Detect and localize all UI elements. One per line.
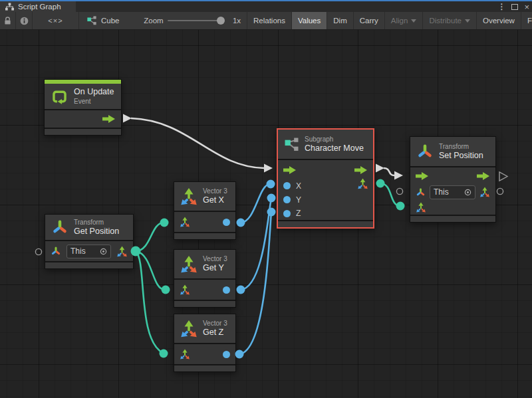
full-screen-button[interactable]: Full Screen <box>521 12 532 29</box>
node-body <box>174 344 235 364</box>
control-input-port[interactable] <box>416 172 429 180</box>
on-update-loop-icon <box>51 88 68 105</box>
input-row-z[interactable]: Z <box>278 207 373 220</box>
node-header: Vector 3 Get Y <box>174 250 235 278</box>
node-header: Vector 3 Get X <box>174 182 235 211</box>
vector3-input-port-icon[interactable] <box>180 284 190 295</box>
info-icon <box>20 17 29 25</box>
node-body <box>174 212 235 232</box>
vector3-icon <box>180 320 198 338</box>
node-character-move[interactable]: Subgraph Character Move X <box>277 128 374 229</box>
node-footer <box>45 129 121 135</box>
vector3-output-port-icon[interactable] <box>479 187 490 197</box>
graph-asset-icon <box>87 16 96 25</box>
tab-script-graph[interactable]: Script Graph <box>0 1 76 12</box>
float-input-port[interactable] <box>283 210 291 217</box>
node-subtitle: Vector 3 <box>203 187 227 195</box>
script-graph-window: Script Graph ⋮ × <×> <box>0 0 532 398</box>
object-picker-icon[interactable] <box>464 189 471 196</box>
node-body: This <box>410 167 495 215</box>
node-subtitle: Transform <box>74 218 119 227</box>
node-subtitle: Subgraph <box>305 135 364 144</box>
lock-icon <box>4 17 11 25</box>
control-output-port[interactable] <box>102 115 116 123</box>
vector3-output-port-icon[interactable] <box>357 178 368 189</box>
relations-button[interactable]: Relations <box>247 12 292 29</box>
this-field-value: This <box>70 247 100 256</box>
zoom-label: Zoom <box>142 12 166 29</box>
node-title: Get Z <box>203 328 227 338</box>
node-footer <box>45 262 133 268</box>
node-body: This <box>45 241 133 261</box>
window-menu-icon[interactable]: ⋮ <box>497 3 505 11</box>
distribute-dropdown[interactable]: Distribute <box>423 12 477 29</box>
zoom-slider-track[interactable] <box>168 20 223 21</box>
this-field[interactable]: This <box>430 185 475 199</box>
zoom-slider-thumb[interactable] <box>217 17 225 25</box>
node-get-z[interactable]: Vector 3 Get Z <box>174 314 236 372</box>
carry-button[interactable]: Carry <box>354 12 385 29</box>
node-body <box>45 110 121 128</box>
node-set-position[interactable]: Transform Set Position This <box>410 136 496 223</box>
input-row-y[interactable]: Y <box>278 193 373 207</box>
dim-button[interactable]: Dim <box>327 12 353 29</box>
node-footer <box>174 301 235 307</box>
control-output-port[interactable] <box>477 172 490 180</box>
control-input-port[interactable] <box>283 166 297 174</box>
this-field[interactable]: This <box>66 245 111 258</box>
node-subtitle: Vector 3 <box>203 254 227 263</box>
graph-selector[interactable]: Cube <box>79 12 138 29</box>
node-title: Get Y <box>203 263 227 274</box>
float-output-port[interactable] <box>223 286 230 294</box>
float-output-port[interactable] <box>223 219 230 226</box>
object-picker-icon[interactable] <box>100 248 107 255</box>
edit-source-button[interactable]: <×> <box>33 12 79 29</box>
float-output-port[interactable] <box>223 351 230 358</box>
node-title: Set Position <box>439 151 483 161</box>
vector3-input-port-icon[interactable] <box>416 202 426 213</box>
vector3-input-port-icon[interactable] <box>180 217 190 227</box>
graph-toolbar: <×> Cube Zoom 1x Relations Values Dim Ca… <box>0 12 532 30</box>
node-on-update[interactable]: On Update Event <box>44 79 122 136</box>
graph-hierarchy-icon <box>5 3 14 11</box>
zoom-slider[interactable] <box>166 12 225 29</box>
float-input-port[interactable] <box>283 196 291 203</box>
close-icon[interactable]: × <box>524 3 529 11</box>
chevron-down-icon <box>411 19 416 23</box>
node-title: Character Move <box>305 144 364 154</box>
node-get-position[interactable]: Transform Get Position This <box>45 214 134 269</box>
node-footer <box>410 216 495 222</box>
overview-button[interactable]: Overview <box>477 12 521 29</box>
lock-button[interactable] <box>0 12 16 29</box>
port-label: Z <box>296 209 301 218</box>
vector3-input-port-icon[interactable] <box>180 349 190 359</box>
node-footer <box>174 365 235 371</box>
node-body: X Y Z <box>278 160 373 220</box>
zoom-value: 1x <box>227 12 246 29</box>
port-label: X <box>296 181 301 191</box>
transform-input-port-icon[interactable] <box>416 187 426 197</box>
node-header: Transform Get Position <box>45 215 133 240</box>
transform-input-port-icon[interactable] <box>51 246 61 256</box>
transform-icon <box>52 219 68 235</box>
node-header: On Update Event <box>45 80 121 109</box>
node-get-y[interactable]: Vector 3 Get Y <box>174 249 236 308</box>
maximize-icon[interactable] <box>511 4 518 10</box>
float-input-port[interactable] <box>283 182 291 189</box>
chevron-down-icon <box>465 19 470 23</box>
node-title: Get X <box>203 195 227 206</box>
vector3-icon <box>180 256 198 273</box>
node-header: Subgraph Character Move <box>278 130 373 159</box>
node-get-x[interactable]: Vector 3 Get X <box>174 181 236 240</box>
tab-label: Script Graph <box>18 3 61 11</box>
values-button[interactable]: Values <box>292 12 327 29</box>
align-dropdown[interactable]: Align <box>385 12 424 29</box>
port-label: Y <box>296 195 301 205</box>
node-title: Get Position <box>74 227 119 237</box>
node-subtitle: Vector 3 <box>203 319 227 328</box>
node-body <box>174 280 235 300</box>
info-button[interactable] <box>16 12 33 29</box>
toolbar-button-group: Relations Values Dim Carry Align Distrib… <box>247 12 532 29</box>
vector3-output-port-icon[interactable] <box>116 246 128 257</box>
control-output-port[interactable] <box>354 166 368 174</box>
